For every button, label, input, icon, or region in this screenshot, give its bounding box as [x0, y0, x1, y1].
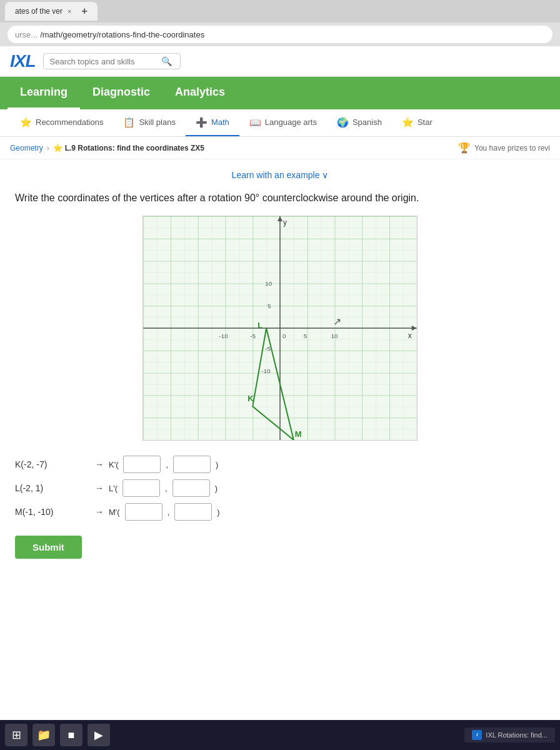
svg-text:y: y: [283, 218, 287, 227]
taskbar-preview-text: IXL Rotations: find...: [486, 731, 548, 739]
coord-K-close-paren: ): [216, 460, 218, 469]
search-row: IXL 🔍: [0, 46, 560, 77]
subnav-spanish-label: Spanish: [352, 118, 382, 127]
breadcrumb-separator: ›: [47, 144, 49, 152]
taskbar-app-icon[interactable]: ■: [60, 724, 82, 746]
trophy-icon: 🏆: [458, 142, 471, 154]
coord-K-from: K(-2, -7): [15, 459, 90, 469]
browser-frame: ates of the ver × + urse... /math/geomet…: [0, 0, 560, 46]
tab-learning[interactable]: Learning: [8, 77, 80, 109]
more-icon: ⭐: [402, 117, 414, 128]
breadcrumb-geometry[interactable]: Geometry: [10, 144, 43, 152]
svg-text:M: M: [295, 429, 302, 439]
subnav-math[interactable]: ➕ Math: [186, 109, 239, 136]
nav-tabs: Learning Diagnostic Analytics: [0, 77, 560, 109]
search-icon: 🔍: [161, 56, 172, 66]
app-container: IXL 🔍 Learning Diagnostic Analytics ⭐ Re…: [0, 46, 560, 750]
address-bar[interactable]: urse... /math/geometry/rotations-find-th…: [8, 26, 552, 43]
search-input[interactable]: [50, 57, 156, 66]
spanish-icon: 🌍: [337, 117, 349, 128]
svg-text:L: L: [258, 321, 262, 330]
coord-K-prime-label: K'(: [109, 460, 118, 469]
coord-M-input1[interactable]: [125, 503, 162, 521]
coord-M-from: M(-1, -10): [15, 507, 90, 517]
subnav-more-label: Star: [418, 118, 432, 127]
math-icon: ➕: [196, 117, 208, 128]
coord-L-close-paren: ): [215, 484, 218, 493]
submit-button[interactable]: Submit: [15, 536, 82, 559]
subnav-recommendations-label: Recommendations: [36, 118, 103, 127]
coords-section: K(-2, -7) → K'( , ) L(-2, 1) → L'( , ) M: [15, 456, 545, 521]
coord-K-comma: ,: [166, 460, 168, 469]
coordinate-graph: y x 5 10 -5 -10 0 5 10 -5 -10: [143, 216, 417, 440]
coord-K-input1[interactable]: [123, 456, 161, 473]
coord-L-input1[interactable]: [122, 479, 160, 497]
svg-text:K: K: [248, 394, 254, 403]
taskbar-play-icon[interactable]: ▶: [88, 724, 110, 746]
coord-M-close-paren: ): [217, 508, 219, 517]
problem-statement: Write the coordinates of the vertices af…: [15, 192, 419, 203]
search-box[interactable]: 🔍: [43, 53, 181, 69]
star-icon: ⭐: [53, 144, 62, 152]
subnav-skill-plans[interactable]: 📋 Skill plans: [113, 109, 186, 136]
coord-row-M: M(-1, -10) → M'( , ): [15, 503, 545, 521]
coord-M-prime-label: M'(: [109, 508, 120, 517]
svg-text:-5: -5: [265, 345, 271, 352]
subnav-skill-plans-label: Skill plans: [139, 118, 176, 127]
sub-nav: ⭐ Recommendations 📋 Skill plans ➕ Math 📖…: [0, 109, 560, 137]
learn-example-text: Learn with an example: [232, 170, 320, 180]
taskbar-windows-button[interactable]: ⊞: [5, 724, 28, 746]
coord-L-from: L(-2, 1): [15, 483, 90, 493]
learn-example-link[interactable]: Learn with an example ∨: [232, 170, 329, 180]
subnav-language-arts[interactable]: 📖 Language arts: [239, 109, 327, 136]
coord-L-prime-label: L'(: [109, 484, 118, 493]
subnav-math-label: Math: [211, 118, 229, 127]
tab-diagnostic[interactable]: Diagnostic: [80, 77, 162, 109]
coord-row-K: K(-2, -7) → K'( , ): [15, 456, 545, 473]
tab-analytics[interactable]: Analytics: [162, 77, 238, 109]
prizes-button[interactable]: 🏆 You have prizes to revi: [458, 142, 550, 154]
breadcrumb-current: ⭐ L.9 Rotations: find the coordinates ZX…: [53, 144, 204, 152]
svg-text:x: x: [408, 331, 412, 340]
browser-tab[interactable]: ates of the ver × +: [5, 2, 98, 21]
graph-container: y x 5 10 -5 -10 0 5 10 -5 -10: [142, 216, 418, 441]
svg-text:5: 5: [268, 302, 271, 309]
subnav-more[interactable]: ⭐ Star: [392, 109, 442, 136]
tab-close-button[interactable]: ×: [68, 8, 71, 15]
svg-text:5: 5: [304, 332, 308, 339]
svg-text:10: 10: [265, 280, 272, 287]
problem-text: Write the coordinates of the vertices af…: [15, 191, 545, 206]
coord-L-input2[interactable]: [172, 479, 210, 497]
address-bar-row: urse... /math/geometry/rotations-find-th…: [0, 22, 560, 46]
chevron-down-icon: ∨: [322, 170, 328, 180]
ixl-logo: IXL: [10, 51, 36, 71]
coord-L-arrow: →: [95, 483, 104, 493]
coord-row-L: L(-2, 1) → L'( , ): [15, 479, 545, 497]
svg-text:10: 10: [331, 332, 339, 339]
learn-example: Learn with an example ∨: [15, 169, 545, 181]
graph-canvas[interactable]: y x 5 10 -5 -10 0 5 10 -5 -10: [142, 216, 418, 441]
subnav-recommendations[interactable]: ⭐ Recommendations: [10, 109, 113, 136]
tab-bar: ates of the ver × +: [0, 0, 560, 22]
svg-text:-5: -5: [250, 332, 256, 339]
coord-K-input2[interactable]: [173, 456, 211, 473]
subnav-spanish[interactable]: 🌍 Spanish: [327, 109, 392, 136]
subnav-language-arts-label: Language arts: [265, 118, 317, 127]
coord-M-arrow: →: [95, 507, 104, 517]
taskbar-preview[interactable]: I IXL Rotations: find...: [464, 728, 555, 742]
coord-L-comma: ,: [165, 484, 168, 493]
new-tab-button[interactable]: +: [81, 6, 87, 17]
coord-M-comma: ,: [168, 508, 170, 517]
coord-K-arrow: →: [95, 459, 104, 469]
address-url: /math/geometry/rotations-find-the-coordi…: [40, 30, 204, 39]
svg-text:0: 0: [282, 332, 286, 339]
svg-text:-10: -10: [219, 332, 229, 339]
language-arts-icon: 📖: [249, 117, 261, 128]
recommendations-icon: ⭐: [20, 117, 32, 128]
ixl-favicon: I: [472, 730, 482, 740]
breadcrumb: Geometry › ⭐ L.9 Rotations: find the coo…: [0, 137, 560, 159]
taskbar-file-icon[interactable]: 📁: [32, 724, 55, 746]
coord-M-input2[interactable]: [174, 503, 212, 521]
breadcrumb-skill-label: L.9 Rotations: find the coordinates ZX5: [65, 144, 204, 152]
prizes-text: You have prizes to revi: [474, 144, 550, 152]
